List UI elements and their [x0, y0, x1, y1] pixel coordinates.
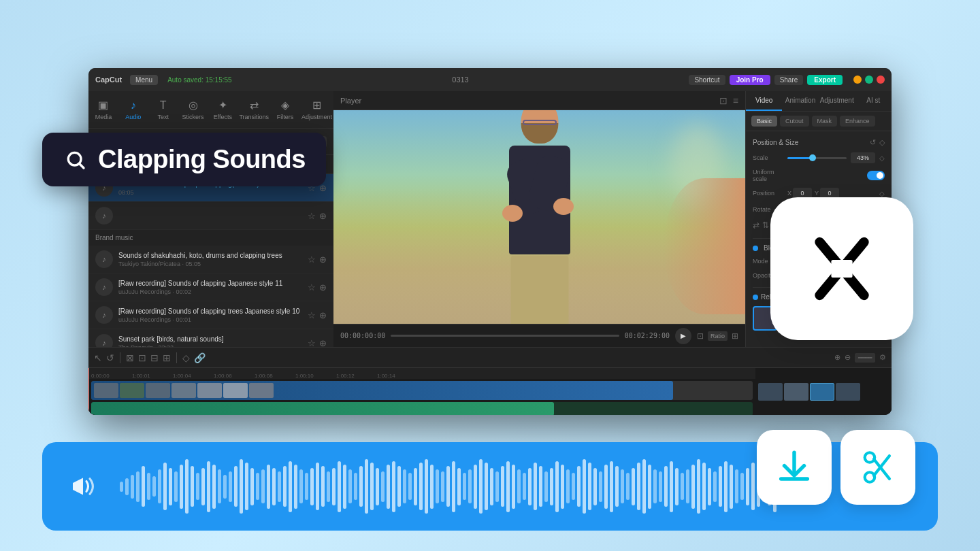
wave-bar-49	[387, 465, 390, 509]
delete-tool[interactable]: ⊟	[150, 352, 159, 363]
zoom-icon[interactable]: ⊡	[697, 331, 704, 341]
add-icon-5[interactable]: ⊕	[319, 310, 327, 320]
subtab-mask[interactable]: Mask	[812, 116, 838, 127]
add-tool[interactable]: ⊞	[163, 352, 171, 363]
player-header: Player ⊡ ≡	[333, 91, 745, 110]
link-tool[interactable]: 🔗	[194, 352, 206, 363]
keyframe-tool[interactable]: ◇	[182, 352, 190, 363]
audio-item-6[interactable]: ♪ Sunset park [birds, natural sounds] Th…	[88, 329, 333, 347]
audio-item-4[interactable]: ♪ [Raw recording] Sounds of clapping Jap…	[88, 273, 333, 301]
wave-bar-29	[278, 471, 281, 502]
tab-ai[interactable]: AI st	[855, 91, 892, 111]
wave-bar-80	[555, 461, 559, 512]
wave-bar-107	[702, 463, 706, 510]
wave-bar-16	[207, 461, 210, 512]
wave-bar-74	[523, 473, 526, 500]
toolbar-filters[interactable]: ◈ Filters	[270, 95, 300, 124]
favorite-icon-2[interactable]: ☆	[308, 211, 316, 221]
wave-bar-59	[441, 471, 444, 502]
toolbar-text[interactable]: T Text	[148, 95, 178, 124]
audio-item-5[interactable]: ♪ [Raw recording] Sounds of clapping tre…	[88, 301, 333, 329]
play-button[interactable]: ▶	[675, 328, 691, 344]
flip-h-icon[interactable]: ⇄	[753, 220, 760, 230]
wave-bar-61	[452, 461, 455, 512]
maximize-button[interactable]	[865, 76, 873, 84]
scale-input[interactable]	[851, 152, 875, 163]
reset-icon[interactable]: ◇	[879, 138, 885, 147]
wave-bar-52	[403, 469, 406, 503]
cursor-tool[interactable]: ↖	[94, 352, 102, 363]
zoom-level[interactable]: ━━━━	[855, 353, 875, 363]
player-label: Player	[340, 97, 361, 105]
wave-bar-73	[517, 469, 521, 503]
timeline-settings-icon[interactable]: ⚙	[879, 353, 886, 362]
add-icon-2[interactable]: ⊕	[319, 211, 327, 221]
video-track[interactable]	[91, 381, 753, 400]
mark-5: 1:00:10	[295, 373, 336, 379]
search-icon	[63, 147, 88, 173]
subtab-enhance[interactable]: Enhance	[840, 116, 875, 127]
favorite-icon-5[interactable]: ☆	[308, 310, 316, 320]
audio-item-3[interactable]: ♪ Sounds of shakuhachi, koto, drums and …	[88, 246, 333, 273]
blend-indicator	[753, 246, 758, 251]
split-tool[interactable]: ⊠	[126, 352, 134, 363]
minimize-button[interactable]	[853, 76, 862, 84]
flip-v-icon[interactable]: ⇅	[762, 220, 769, 230]
share-button[interactable]: Share	[774, 75, 804, 85]
scale-lock-icon[interactable]: ◇	[879, 154, 885, 162]
relight-indicator	[753, 295, 758, 300]
subtab-basic[interactable]: Basic	[751, 116, 777, 127]
fullscreen-icon-2[interactable]: ⊞	[732, 331, 738, 341]
timeline-playhead[interactable]	[88, 368, 89, 415]
wave-bar-55	[419, 463, 423, 510]
download-button[interactable]	[757, 430, 832, 505]
zoom-out-icon[interactable]: ⊖	[845, 353, 851, 362]
join-pro-button[interactable]: Join Pro	[730, 75, 770, 85]
wave-bar-109	[713, 471, 717, 502]
menu-button[interactable]: Menu	[130, 75, 158, 85]
ratio-icon[interactable]: Ratio	[708, 331, 728, 341]
favorite-icon-6[interactable]: ☆	[308, 338, 316, 348]
wave-bar-4	[142, 466, 145, 507]
tab-animation[interactable]: Animation	[782, 91, 818, 111]
tab-video[interactable]: Video	[746, 91, 782, 111]
search-floating-box: Clapping Sounds	[42, 133, 326, 186]
add-icon-4[interactable]: ⊕	[319, 282, 327, 293]
undo-icon[interactable]: ↺	[870, 138, 876, 147]
favorite-icon-4[interactable]: ☆	[308, 282, 316, 293]
wave-bar-79	[550, 468, 553, 505]
favorite-icon-3[interactable]: ☆	[308, 254, 316, 265]
subtab-cutout[interactable]: Cutout	[780, 116, 809, 127]
toolbar-media[interactable]: ▣ Media	[88, 95, 118, 124]
player-progress-bar[interactable]	[391, 335, 619, 337]
export-button[interactable]: Export	[807, 75, 843, 85]
trim-tool[interactable]: ⊡	[138, 352, 146, 363]
add-icon-3[interactable]: ⊕	[319, 254, 327, 265]
toolbar-audio[interactable]: ♪ Audio	[118, 95, 148, 124]
scale-slider[interactable]	[787, 157, 847, 159]
toolbar-stickers[interactable]: ◎ Stickers	[178, 95, 208, 124]
toolbar-adjustment[interactable]: ⊞ Adjustment	[300, 95, 333, 124]
fullscreen-icon[interactable]: ⊡	[719, 95, 728, 106]
tab-adjustment[interactable]: Adjustment	[819, 91, 855, 111]
toolbar-effects[interactable]: ✦ Effects	[208, 95, 238, 124]
wave-bar-91	[615, 466, 619, 507]
position-lock-icon[interactable]: ◇	[879, 190, 885, 197]
adjustment-icon: ⊞	[312, 99, 321, 112]
shortcut-button[interactable]: Shortcut	[689, 75, 725, 85]
wave-bar-113	[735, 469, 738, 503]
close-button[interactable]	[877, 76, 885, 84]
thumb-3	[146, 383, 170, 398]
audio-item-2[interactable]: ♪ ☆ ⊕	[88, 202, 333, 230]
wave-bar-89	[604, 465, 608, 509]
audio-track[interactable]	[91, 402, 753, 415]
settings-icon[interactable]: ≡	[733, 95, 738, 106]
add-icon-6[interactable]: ⊕	[319, 338, 327, 348]
scissors-button[interactable]	[840, 430, 915, 505]
zoom-in-icon[interactable]: ⊕	[834, 353, 840, 362]
toolbar-transitions[interactable]: ⇄ Transitions	[238, 95, 270, 124]
undo-btn[interactable]: ↺	[106, 352, 114, 363]
audio-item-actions-2: ☆ ⊕	[308, 211, 327, 221]
uniform-scale-toggle[interactable]	[867, 171, 885, 180]
timeline-content: 0:00:00 1:00:01 1:00:04 1:00:06 1:00:08 …	[88, 368, 892, 415]
